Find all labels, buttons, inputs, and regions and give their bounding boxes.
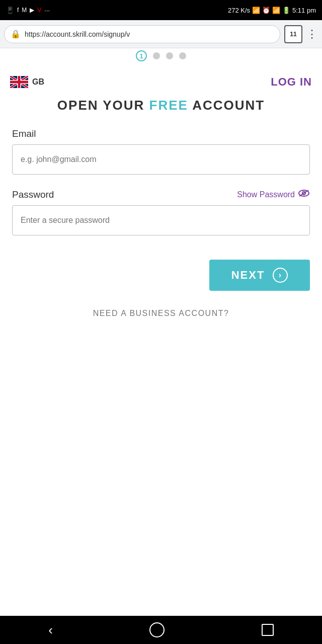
recents-icon <box>262 624 274 636</box>
youtube-icon: ▶ <box>30 7 34 14</box>
locale-label: GB <box>32 77 44 87</box>
locale-badge[interactable]: GB <box>10 76 44 88</box>
email-label: Email <box>12 128 310 139</box>
next-button[interactable]: NEXT › <box>209 260 310 291</box>
wifi-icon: 📶 <box>252 7 260 14</box>
more-icon: ··· <box>44 7 50 14</box>
lock-icon: 🔒 <box>11 29 21 39</box>
password-header: Password Show Password <box>12 189 310 200</box>
next-label: NEXT <box>231 269 265 282</box>
email-input[interactable] <box>12 144 310 175</box>
next-arrow-icon: › <box>273 268 288 283</box>
url-text: https://account.skrill.com/signup/v <box>25 30 130 38</box>
page-content: 1 GB LOG IN OPEN YOUR FREE ACCOUNT <box>0 48 322 318</box>
home-icon <box>149 622 165 637</box>
uk-flag-icon <box>10 76 28 88</box>
step-1: 1 <box>136 50 147 61</box>
status-bar: 📱 f M ▶ V ··· 272 K/s 📶 ⏰ 📶 🔋 5:11 pm <box>0 0 322 20</box>
signal-icon: 📶 <box>272 7 280 14</box>
form-container: OPEN YOUR FREE ACCOUNT Email Password Sh… <box>0 93 322 235</box>
step-3 <box>166 52 173 59</box>
battery-icon: 🔋 <box>282 7 290 14</box>
login-button[interactable]: LOG IN <box>271 75 312 89</box>
browser-menu-button[interactable]: ⋮ <box>306 28 318 41</box>
speed-indicator: 272 K/s <box>228 7 250 14</box>
show-password-label: Show Password <box>237 190 295 199</box>
step-4 <box>179 52 186 59</box>
back-button[interactable]: ‹ <box>48 622 53 638</box>
facebook-icon: f <box>17 7 19 14</box>
status-left: 📱 f M ▶ V ··· <box>6 7 50 14</box>
whatsapp-icon: 📱 <box>6 7 14 14</box>
status-right: 272 K/s 📶 ⏰ 📶 🔋 5:11 pm <box>228 7 316 14</box>
password-label: Password <box>12 189 54 200</box>
tab-count-button[interactable]: 11 <box>284 25 302 43</box>
vivaldi-icon: V <box>37 7 41 14</box>
recents-button[interactable] <box>262 624 274 636</box>
show-password-button[interactable]: Show Password <box>237 189 310 200</box>
business-account-link[interactable]: NEED A BUSINESS ACCOUNT? <box>0 309 322 318</box>
page-top-nav: GB LOG IN <box>0 67 322 93</box>
bottom-nav: ‹ <box>0 616 322 644</box>
browser-chrome: 🔒 https://account.skrill.com/signup/v 11… <box>0 20 322 48</box>
url-bar[interactable]: 🔒 https://account.skrill.com/signup/v <box>4 25 280 43</box>
gmail-icon: M <box>22 7 27 14</box>
next-button-container: NEXT › <box>0 250 322 291</box>
password-input[interactable] <box>12 205 310 235</box>
page-title: OPEN YOUR FREE ACCOUNT <box>12 98 310 113</box>
email-field-group: Email <box>12 128 310 175</box>
alarm-icon: ⏰ <box>262 7 270 14</box>
home-button[interactable] <box>149 622 165 637</box>
back-icon: ‹ <box>48 622 53 638</box>
step-2 <box>153 52 160 59</box>
step-indicators: 1 <box>0 48 322 67</box>
password-field-group: Password Show Password <box>12 189 310 235</box>
eye-icon <box>298 189 310 200</box>
time-display: 5:11 pm <box>292 7 316 14</box>
